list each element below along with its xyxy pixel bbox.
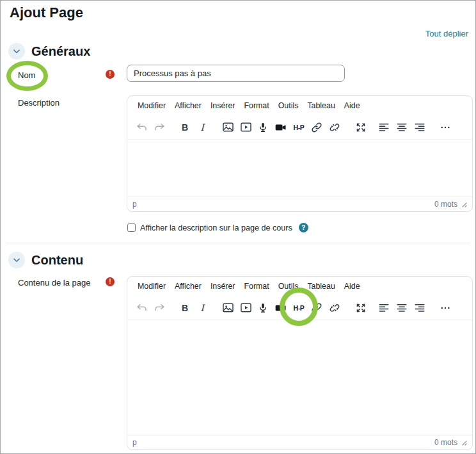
h5p-button[interactable]: H-P xyxy=(290,119,307,136)
media-icon xyxy=(240,302,252,314)
show-description-label[interactable]: Afficher la description sur la page de c… xyxy=(140,223,292,232)
editor-toolbar: B I H-P xyxy=(127,296,472,320)
editor-content-area[interactable] xyxy=(127,320,472,435)
align-center-button[interactable] xyxy=(395,300,409,316)
fullscreen-button[interactable] xyxy=(354,119,368,136)
menu-item-aide[interactable]: Aide xyxy=(340,101,365,110)
link-icon xyxy=(311,122,322,133)
bold-button[interactable]: B xyxy=(178,119,192,136)
show-description-checkbox[interactable] xyxy=(127,223,136,232)
menu-item-tableau[interactable]: Tableau xyxy=(303,282,339,291)
more-icon xyxy=(440,302,451,314)
collapse-content-button[interactable] xyxy=(8,252,25,268)
page-content-editor: Modifier Afficher Insérer Format Outils … xyxy=(127,276,473,450)
menu-item-afficher[interactable]: Afficher xyxy=(170,282,206,291)
align-right-icon xyxy=(414,122,425,133)
align-left-icon xyxy=(378,302,390,314)
insert-media-button[interactable] xyxy=(239,300,253,316)
required-icon: ! xyxy=(106,70,115,79)
microphone-icon xyxy=(257,302,269,314)
redo-button[interactable] xyxy=(152,300,166,316)
editor-menubar: Modifier Afficher Insérer Format Outils … xyxy=(127,277,472,296)
menu-item-inserer[interactable]: Insérer xyxy=(206,282,240,291)
menu-item-outils[interactable]: Outils xyxy=(274,282,303,291)
align-right-button[interactable] xyxy=(413,119,427,136)
more-icon xyxy=(440,122,451,133)
bold-icon: B xyxy=(182,122,188,133)
fullscreen-icon xyxy=(355,302,367,314)
resize-handle-icon[interactable] xyxy=(461,201,467,207)
word-count: 0 mots xyxy=(434,200,457,209)
required-icon: ! xyxy=(106,277,115,286)
image-icon xyxy=(222,302,234,314)
record-audio-button[interactable] xyxy=(256,300,270,316)
bold-button[interactable]: B xyxy=(178,300,192,316)
page-content-field-label: Contenu de la page xyxy=(18,278,90,288)
editor-toolbar: B I H-P xyxy=(127,115,472,140)
more-options-button[interactable] xyxy=(438,119,452,136)
align-left-button[interactable] xyxy=(377,300,391,316)
name-input[interactable] xyxy=(127,65,345,82)
bold-icon: B xyxy=(182,303,188,313)
editor-content-area[interactable] xyxy=(127,140,472,197)
align-left-icon xyxy=(378,122,390,133)
remove-link-button[interactable] xyxy=(328,300,342,316)
menu-item-modifier[interactable]: Modifier xyxy=(133,282,170,291)
record-video-button[interactable] xyxy=(274,300,288,316)
more-options-button[interactable] xyxy=(438,300,452,316)
editor-status-bar: p 0 mots xyxy=(127,435,472,450)
link-icon xyxy=(311,302,322,314)
description-field-label: Description xyxy=(18,98,60,108)
resize-handle-icon[interactable] xyxy=(461,439,467,446)
menu-item-outils[interactable]: Outils xyxy=(274,101,303,110)
italic-button[interactable]: I xyxy=(195,119,209,136)
menu-item-inserer[interactable]: Insérer xyxy=(206,101,240,110)
expand-all-link[interactable]: Tout déplier xyxy=(425,29,468,38)
align-center-button[interactable] xyxy=(395,119,409,136)
undo-button[interactable] xyxy=(135,119,149,136)
italic-icon: I xyxy=(200,122,204,133)
italic-button[interactable]: I xyxy=(195,300,209,316)
element-path: p xyxy=(132,438,137,447)
unlink-icon xyxy=(329,122,340,133)
remove-link-button[interactable] xyxy=(328,119,342,136)
insert-link-button[interactable] xyxy=(310,119,324,136)
editor-status-bar: p 0 mots xyxy=(127,197,472,211)
insert-link-button[interactable] xyxy=(310,300,324,316)
insert-image-button[interactable] xyxy=(221,119,235,136)
align-right-button[interactable] xyxy=(413,300,427,316)
undo-button[interactable] xyxy=(135,300,149,316)
element-path: p xyxy=(132,200,137,209)
redo-button[interactable] xyxy=(152,119,166,136)
menu-item-aide[interactable]: Aide xyxy=(340,282,365,291)
editor-menubar: Modifier Afficher Insérer Format Outils … xyxy=(127,96,472,115)
record-video-button[interactable] xyxy=(274,119,288,136)
fullscreen-button[interactable] xyxy=(354,300,368,316)
undo-icon xyxy=(136,122,148,133)
h5p-icon: H-P xyxy=(294,124,305,131)
name-field-label: Nom xyxy=(18,70,35,80)
menu-item-modifier[interactable]: Modifier xyxy=(133,101,170,110)
section-content-title: Contenu xyxy=(31,253,83,268)
record-audio-button[interactable] xyxy=(256,119,270,136)
word-count: 0 mots xyxy=(434,438,457,447)
h5p-button[interactable]: H-P xyxy=(290,300,307,316)
menu-item-afficher[interactable]: Afficher xyxy=(170,101,206,110)
menu-item-format[interactable]: Format xyxy=(239,282,273,291)
h5p-icon: H-P xyxy=(294,304,305,312)
align-left-button[interactable] xyxy=(377,119,391,136)
insert-media-button[interactable] xyxy=(239,119,253,136)
section-divider xyxy=(6,243,470,243)
add-page-form: Ajout Page Tout déplier Généraux Nom ! D… xyxy=(0,0,476,454)
section-content-header: Contenu xyxy=(8,252,83,268)
insert-image-button[interactable] xyxy=(221,300,235,316)
microphone-icon xyxy=(257,122,269,133)
chevron-down-icon xyxy=(12,255,21,264)
menu-item-format[interactable]: Format xyxy=(239,101,273,110)
image-icon xyxy=(222,121,234,133)
collapse-general-button[interactable] xyxy=(8,43,25,60)
undo-icon xyxy=(136,302,148,314)
unlink-icon xyxy=(329,302,340,314)
help-icon[interactable]: ? xyxy=(299,223,308,232)
menu-item-tableau[interactable]: Tableau xyxy=(303,101,339,110)
